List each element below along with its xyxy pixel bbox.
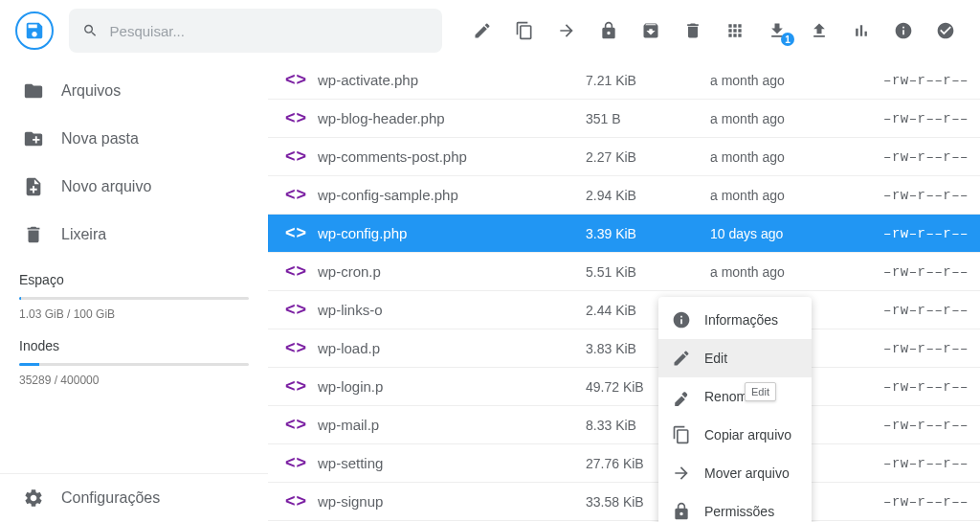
app-logo[interactable] [15, 11, 54, 50]
context-menu-item-copy[interactable]: Copiar arquivo [658, 416, 812, 454]
file-row[interactable]: < >wp-login.p49.72 KiBa month ago–rw–r––… [268, 368, 980, 406]
code-icon: < > [272, 300, 318, 320]
file-permissions: –rw–r––r–– [854, 226, 969, 241]
file-size: 3.39 KiB [586, 226, 710, 241]
download-badge: 1 [781, 33, 794, 46]
code-icon: < > [272, 147, 318, 167]
move-button[interactable] [555, 19, 578, 42]
file-permissions: –rw–r––r–– [854, 494, 969, 510]
upload-button[interactable] [808, 19, 831, 42]
code-icon: < > [272, 376, 318, 397]
download-button[interactable]: 1 [766, 19, 789, 42]
file-row[interactable]: < >wp-signup33.58 KiBa month ago–rw–r––r… [268, 483, 980, 521]
space-text: 1.03 GiB / 100 GiB [19, 307, 249, 321]
file-name: wp-config-sample.php [318, 187, 586, 203]
file-permissions: –rw–r––r–– [854, 379, 969, 395]
file-name: wp-signup [318, 493, 586, 510]
copy-button[interactable] [513, 19, 536, 42]
inodes-text: 35289 / 400000 [19, 374, 249, 387]
context-menu-item-edit[interactable]: Edit [658, 339, 812, 377]
code-icon: < > [272, 415, 318, 435]
sidebar-item-label: Lixeira [61, 226, 106, 243]
file-size: 2.27 KiB [586, 149, 710, 165]
file-row[interactable]: < >wp-config.php3.39 KiB10 days ago–rw–r… [268, 215, 980, 253]
search-icon [82, 22, 99, 39]
sidebar-item-settings[interactable]: Configurações [0, 474, 268, 522]
sidebar-item-new-file[interactable]: Novo arquivo [0, 163, 268, 211]
file-row[interactable]: < >wp-activate.php7.21 KiBa month ago–rw… [268, 61, 980, 100]
inodes-stats: Inodes 35289 / 400000 [0, 325, 268, 391]
space-fill [19, 297, 21, 300]
context-menu-item-lock[interactable]: Permissões [658, 492, 812, 522]
new-file-icon [23, 176, 44, 197]
file-permissions: –rw–r––r–– [854, 264, 969, 280]
context-menu: InformaçõesEditRenomearCopiar arquivoMov… [658, 297, 812, 522]
search-input[interactable] [110, 23, 429, 39]
info-icon [672, 310, 691, 329]
copy-icon [672, 425, 691, 444]
trash-icon [23, 224, 44, 245]
file-row[interactable]: < >wp-blog-header.php351 Ba month ago–rw… [268, 100, 980, 138]
archive-button[interactable] [639, 19, 662, 42]
info-button[interactable] [892, 19, 915, 42]
code-icon: < > [272, 185, 318, 205]
new-folder-icon [23, 128, 44, 149]
tooltip: Edit [745, 382, 776, 401]
search-box[interactable] [69, 9, 442, 53]
file-name: wp-links-o [318, 302, 586, 318]
sidebar-item-new-folder[interactable]: Nova pasta [0, 115, 268, 163]
file-row[interactable]: < >wp-comments-post.php2.27 KiBa month a… [268, 138, 980, 176]
file-modified: 10 days ago [710, 226, 854, 241]
file-row[interactable]: < >wp-load.p3.83 KiBa month ago–rw–r––r–… [268, 329, 980, 368]
file-row[interactable]: < >wp-links-o2.44 KiBa month ago–rw–r––r… [268, 291, 980, 329]
context-menu-label: Informações [704, 312, 778, 328]
file-name: wp-mail.p [318, 417, 586, 433]
file-permissions: –rw–r––r–– [854, 111, 969, 126]
folder-icon [23, 80, 44, 102]
file-name: wp-login.p [318, 378, 586, 395]
file-modified: a month ago [710, 188, 854, 203]
code-icon: < > [272, 261, 318, 282]
delete-button[interactable] [681, 19, 704, 42]
file-size: 351 B [586, 111, 710, 126]
code-icon: < > [272, 491, 318, 511]
move-icon [672, 464, 691, 483]
grid-view-button[interactable] [724, 19, 746, 42]
inodes-label: Inodes [19, 338, 249, 353]
file-name: wp-config.php [318, 225, 586, 241]
code-icon: < > [272, 453, 318, 473]
edit-icon [672, 349, 691, 368]
sidebar-item-label: Nova pasta [61, 130, 139, 148]
file-row[interactable]: < >wp-setting27.76 KiBa month ago–rw–r––… [268, 444, 980, 483]
select-all-button[interactable] [934, 19, 957, 42]
context-menu-item-rename[interactable]: Renomear [658, 377, 812, 416]
file-row[interactable]: < >wp-cron.p5.51 KiBa month ago–rw–r––r–… [268, 253, 980, 291]
file-name: wp-activate.php [318, 72, 586, 88]
context-menu-item-info[interactable]: Informações [658, 301, 812, 339]
context-menu-item-move[interactable]: Mover arquivo [658, 454, 812, 492]
file-permissions: –rw–r––r–– [854, 303, 969, 318]
stats-button[interactable] [850, 19, 873, 42]
lock-icon [672, 502, 691, 521]
file-permissions: –rw–r––r–– [854, 418, 969, 433]
sidebar-item-trash[interactable]: Lixeira [0, 211, 268, 259]
file-modified: a month ago [710, 111, 854, 126]
file-row[interactable]: < >wp-config-sample.php2.94 KiBa month a… [268, 176, 980, 215]
sidebar-item-label: Arquivos [61, 82, 121, 100]
file-permissions: –rw–r––r–– [854, 456, 969, 471]
file-row[interactable]: < >wp-mail.p8.33 KiBa month ago–rw–r––r–… [268, 406, 980, 444]
context-menu-label: Edit [704, 351, 727, 366]
context-menu-label: Permissões [704, 504, 774, 519]
context-menu-label: Copiar arquivo [704, 427, 791, 443]
code-icon: < > [272, 70, 318, 90]
rename-icon [672, 387, 691, 406]
edit-button[interactable] [471, 19, 494, 42]
inodes-bar [19, 363, 249, 366]
file-name: wp-load.p [318, 340, 586, 356]
code-icon: < > [272, 338, 318, 358]
file-name: wp-blog-header.php [318, 110, 586, 126]
space-label: Espaço [19, 272, 249, 287]
sidebar-item-files[interactable]: Arquivos [0, 67, 268, 115]
permissions-button[interactable] [597, 19, 620, 42]
file-permissions: –rw–r––r–– [854, 149, 969, 165]
